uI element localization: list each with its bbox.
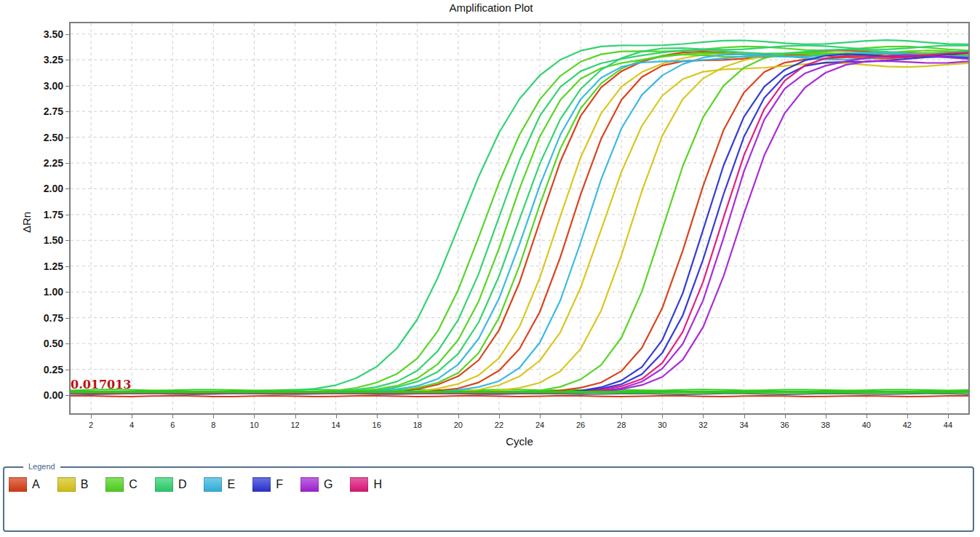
amplification-curve-F	[71, 53, 968, 394]
legend-swatch-H	[350, 477, 368, 492]
legend-item-D: D	[155, 477, 187, 492]
x-tick-mark	[826, 415, 826, 418]
legend-label-D: D	[178, 478, 187, 491]
amplification-plot-screen: Amplification Plot ΔRn 0.017013 0.000.25…	[0, 0, 980, 537]
legend-swatch-C	[105, 477, 124, 492]
x-tick-mark	[948, 415, 949, 418]
threshold-value-label: 0.017013	[71, 378, 132, 391]
x-tick-mark	[295, 415, 296, 418]
x-tick-label: 16	[362, 421, 391, 429]
amplification-curve-D	[71, 40, 968, 393]
y-tick-label: 3.00	[23, 81, 63, 91]
legend-swatch-D	[155, 477, 173, 492]
y-tick-mark	[65, 343, 69, 344]
y-tick-mark	[65, 188, 69, 189]
x-tick-label: 18	[403, 421, 432, 429]
y-tick-label: 0.00	[23, 390, 63, 400]
amplification-curve-A	[71, 52, 968, 393]
amplification-curve-A	[71, 50, 968, 393]
x-tick-mark	[581, 415, 581, 418]
x-tick-mark	[499, 415, 500, 418]
x-tick-label: 40	[852, 421, 881, 429]
y-tick-mark	[65, 138, 69, 138]
y-tick-mark	[65, 86, 69, 87]
amplification-curve-B	[71, 52, 968, 393]
x-tick-label: 38	[811, 421, 840, 429]
amplification-curve-C	[71, 52, 968, 393]
legend-swatch-B	[57, 477, 76, 492]
legend-item-A: A	[9, 477, 40, 492]
y-tick-mark	[65, 318, 69, 319]
y-tick-mark	[65, 111, 69, 112]
x-tick-label: 22	[485, 421, 514, 429]
x-tick-label: 44	[933, 421, 963, 429]
y-tick-mark	[65, 395, 69, 396]
y-tick-mark	[65, 292, 69, 293]
y-tick-mark	[65, 60, 69, 60]
y-tick-mark	[65, 34, 69, 35]
y-tick-mark	[65, 266, 69, 267]
x-tick-mark	[867, 415, 867, 418]
legend-label-C: C	[129, 478, 138, 491]
plot-area	[69, 22, 970, 415]
legend-label-H: H	[373, 478, 382, 491]
amplification-curve-E	[71, 52, 968, 393]
x-tick-mark	[132, 415, 132, 418]
y-tick-label: 2.50	[23, 132, 63, 143]
x-tick-mark	[172, 415, 173, 418]
legend-swatch-G	[300, 477, 319, 492]
x-tick-label: 30	[648, 421, 677, 429]
legend-box-title: Legend	[23, 462, 60, 471]
x-tick-mark	[785, 415, 786, 418]
y-tick-label: 2.00	[23, 183, 63, 194]
x-tick-mark	[91, 415, 92, 418]
y-tick-label: 2.25	[23, 158, 63, 168]
x-axis-label: Cycle	[69, 435, 970, 448]
legend-item-H: H	[350, 477, 382, 492]
x-tick-label: 34	[730, 421, 759, 429]
x-tick-mark	[336, 415, 337, 418]
x-tick-label: 28	[607, 421, 636, 429]
y-tick-label: 0.25	[23, 365, 63, 375]
y-tick-mark	[65, 240, 69, 241]
x-tick-label: 24	[525, 421, 554, 429]
amplification-curve-E	[71, 56, 968, 394]
legend-label-G: G	[324, 478, 332, 491]
amplification-curve-C	[71, 50, 968, 393]
y-tick-mark	[65, 370, 69, 370]
legend-label-F: F	[276, 478, 283, 491]
legend-box: Legend ABCDEFGH	[3, 466, 974, 532]
y-tick-label: 1.50	[23, 235, 63, 245]
y-tick-label: 3.50	[23, 29, 63, 39]
x-tick-label: 42	[893, 421, 922, 429]
x-tick-label: 20	[444, 421, 473, 429]
amplification-curve-G	[71, 55, 968, 394]
legend-items: ABCDEFGH	[9, 477, 399, 492]
x-tick-mark	[540, 415, 541, 418]
chart-title: Amplification Plot	[69, 1, 913, 14]
x-tick-mark	[254, 415, 255, 418]
y-tick-label: 1.25	[23, 261, 63, 271]
legend-item-G: G	[300, 477, 332, 492]
y-tick-label: 0.75	[23, 313, 63, 323]
legend-item-B: B	[57, 477, 89, 492]
amplification-curve-C	[71, 52, 968, 394]
legend-item-C: C	[105, 477, 138, 492]
legend-swatch-A	[9, 477, 27, 492]
x-tick-mark	[907, 415, 908, 418]
flat-trace	[71, 396, 968, 397]
legend-item-E: E	[204, 477, 235, 492]
x-tick-mark	[662, 415, 663, 418]
y-tick-label: 3.25	[23, 55, 63, 65]
x-tick-label: 14	[322, 421, 351, 429]
legend-label-A: A	[32, 478, 40, 491]
x-tick-mark	[621, 415, 622, 418]
amplification-curve-D	[71, 45, 968, 393]
x-tick-mark	[418, 415, 418, 418]
amplification-curve-H	[71, 52, 968, 393]
x-tick-mark	[703, 415, 704, 418]
legend-item-F: F	[252, 477, 283, 492]
legend-label-E: E	[227, 478, 235, 491]
x-tick-label: 2	[76, 421, 105, 429]
x-tick-label: 6	[158, 421, 187, 429]
